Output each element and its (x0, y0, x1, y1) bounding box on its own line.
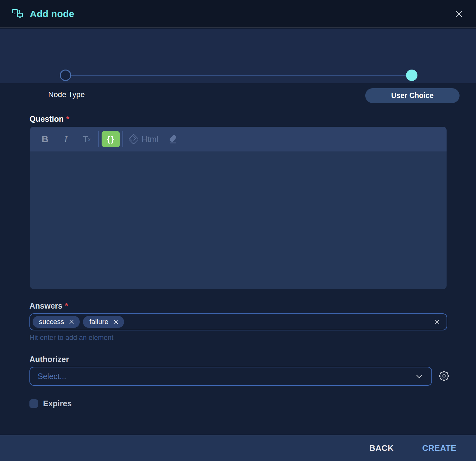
modal-title: Add node (30, 9, 74, 19)
question-text-area[interactable] (30, 151, 447, 289)
gear-icon[interactable] (439, 371, 449, 381)
required-asterisk: * (65, 301, 68, 310)
clear-all-icon[interactable] (433, 318, 441, 326)
remove-chip-icon[interactable] (68, 319, 75, 325)
answers-label: Answers* (29, 301, 68, 310)
network-nodes-icon (11, 8, 24, 20)
question-rich-text-editor: B I Tx {} Html (30, 127, 447, 289)
close-icon[interactable] (452, 7, 466, 21)
chevron-down-icon (415, 372, 424, 381)
select-placeholder: Select... (38, 372, 66, 381)
template-variable-button[interactable]: {} (102, 131, 120, 147)
eraser-icon[interactable] (164, 131, 182, 147)
clear-formatting-button[interactable]: Tx (78, 131, 96, 147)
expires-row: Expires (29, 399, 72, 408)
modal-header: Add node (0, 0, 476, 28)
question-label: Question* (29, 114, 69, 124)
answer-chip: success (33, 316, 80, 328)
back-button[interactable]: BACK (368, 440, 395, 456)
step-node-type-circle[interactable] (60, 70, 71, 81)
editor-toolbar: B I Tx {} Html (30, 127, 447, 151)
code-icon (129, 134, 138, 144)
answers-helper-text: Hit enter to add an element (29, 334, 113, 342)
step-user-choice-circle[interactable] (406, 70, 417, 81)
expires-checkbox[interactable] (29, 399, 38, 408)
toolbar-divider (98, 131, 99, 147)
toolbar-divider (122, 131, 123, 147)
required-asterisk: * (66, 114, 69, 123)
modal-footer: BACK CREATE (0, 435, 476, 461)
answers-tag-input[interactable]: success failure (29, 313, 447, 330)
chip-label: failure (89, 318, 108, 326)
stepper-connector (66, 75, 412, 76)
step-label-user-choice[interactable]: User Choice (365, 88, 460, 103)
expires-label: Expires (43, 399, 72, 408)
answer-chip: failure (83, 316, 124, 328)
step-label-node-type[interactable]: Node Type (29, 90, 104, 99)
authorizer-select[interactable]: Select... (29, 367, 432, 386)
create-button[interactable]: CREATE (421, 440, 458, 456)
chip-label: success (39, 318, 64, 326)
authorizer-label: Authorizer (29, 355, 69, 364)
stepper: Node Type User Choice (0, 29, 476, 83)
add-node-modal: Add node Node Type User Choice Question*… (0, 0, 476, 461)
italic-button[interactable]: I (57, 131, 75, 147)
remove-chip-icon[interactable] (113, 319, 119, 325)
bold-button[interactable]: B (36, 131, 54, 147)
html-source-button[interactable]: Html (126, 131, 161, 147)
